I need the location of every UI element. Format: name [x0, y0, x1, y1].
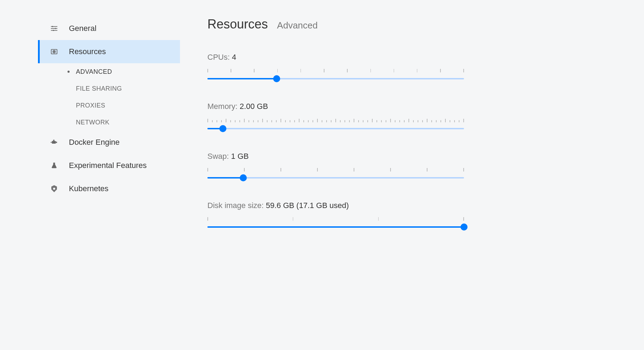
- sub-label: FILE SHARING: [76, 85, 122, 92]
- sub-label: PROXIES: [76, 102, 105, 109]
- slider-handle[interactable]: [273, 75, 280, 82]
- sub-label: ADVANCED: [76, 68, 112, 76]
- svg-rect-10: [53, 140, 54, 141]
- swap-value: 1 GB: [231, 152, 249, 161]
- nav-label: General: [69, 24, 96, 33]
- cpus-value: 4: [232, 53, 236, 61]
- page-header: Resources Advanced: [207, 17, 581, 32]
- disk-slider[interactable]: [207, 217, 464, 228]
- engine-icon: [49, 137, 59, 147]
- bullet-icon: [67, 71, 70, 73]
- setting-swap: Swap: 1 GB: [207, 152, 581, 179]
- sidebar: General Resources ADVANCED FILE SHARING …: [0, 17, 180, 350]
- cpus-slider[interactable]: [207, 69, 464, 79]
- svg-rect-9: [52, 141, 56, 143]
- slider-handle[interactable]: [219, 125, 226, 132]
- cpus-label-row: CPUs: 4: [207, 53, 581, 62]
- sub-item-file-sharing[interactable]: FILE SHARING: [67, 80, 180, 97]
- memory-label-row: Memory: 2.00 GB: [207, 102, 581, 111]
- flask-icon: [49, 161, 59, 170]
- nav-item-resources[interactable]: Resources: [38, 40, 180, 63]
- nav-label: Experimental Features: [69, 161, 147, 170]
- nav-label: Resources: [69, 47, 106, 56]
- swap-slider[interactable]: [207, 168, 464, 179]
- disk-value: 59.6 GB (17.1 GB used): [266, 201, 349, 210]
- svg-rect-5: [51, 30, 57, 31]
- svg-point-13: [53, 188, 55, 190]
- sliders-icon: [49, 24, 59, 33]
- slider-handle[interactable]: [240, 174, 247, 181]
- nav-item-experimental[interactable]: Experimental Features: [38, 154, 180, 177]
- setting-cpus: CPUs: 4: [207, 53, 581, 79]
- page-title: Resources: [207, 17, 268, 32]
- nav-item-general[interactable]: General: [38, 17, 180, 40]
- memory-value: 2.00 GB: [240, 102, 268, 111]
- sub-label: NETWORK: [76, 119, 110, 126]
- svg-rect-3: [51, 28, 57, 29]
- layers-icon: [49, 47, 59, 57]
- cpus-label: CPUs:: [207, 53, 230, 61]
- memory-slider[interactable]: [207, 118, 464, 129]
- setting-memory: Memory: 2.00 GB: [207, 102, 581, 129]
- svg-point-8: [54, 51, 55, 52]
- svg-rect-1: [51, 26, 57, 27]
- memory-label: Memory:: [207, 102, 238, 111]
- slider-handle[interactable]: [461, 223, 468, 231]
- disk-label: Disk image size:: [207, 201, 264, 210]
- nav-label: Kubernetes: [69, 184, 109, 193]
- swap-label-row: Swap: 1 GB: [207, 152, 581, 161]
- sub-item-network[interactable]: NETWORK: [67, 114, 180, 131]
- disk-label-row: Disk image size: 59.6 GB (17.1 GB used): [207, 201, 581, 210]
- svg-rect-12: [51, 142, 52, 143]
- kubernetes-icon: [49, 184, 59, 194]
- page-subtitle: Advanced: [277, 20, 318, 31]
- content-panel: Resources Advanced CPUs: 4 Memory: 2.00 …: [180, 17, 644, 350]
- nav-item-kubernetes[interactable]: Kubernetes: [38, 177, 180, 200]
- sub-item-proxies[interactable]: PROXIES: [67, 97, 180, 114]
- swap-label: Swap:: [207, 152, 229, 161]
- sub-item-advanced[interactable]: ADVANCED: [67, 63, 180, 80]
- resources-sub-items: ADVANCED FILE SHARING PROXIES NETWORK: [38, 63, 180, 131]
- nav-item-docker-engine[interactable]: Docker Engine: [38, 131, 180, 154]
- svg-rect-11: [56, 142, 57, 143]
- setting-disk: Disk image size: 59.6 GB (17.1 GB used): [207, 201, 581, 228]
- nav-label: Docker Engine: [69, 138, 120, 147]
